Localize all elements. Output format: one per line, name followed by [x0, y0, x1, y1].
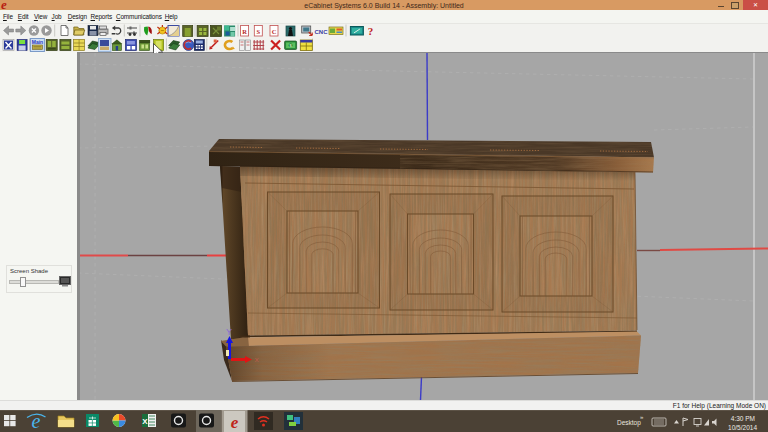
- svg-text:e: e: [32, 410, 41, 432]
- svg-text:e: e: [231, 413, 239, 432]
- svg-text:4:30 PM: 4:30 PM: [731, 415, 755, 422]
- svg-text:Desktop: Desktop: [617, 419, 641, 427]
- svg-text:»: »: [640, 414, 644, 420]
- svg-text:X: X: [142, 417, 148, 426]
- svg-text:10/5/2014: 10/5/2014: [728, 424, 757, 431]
